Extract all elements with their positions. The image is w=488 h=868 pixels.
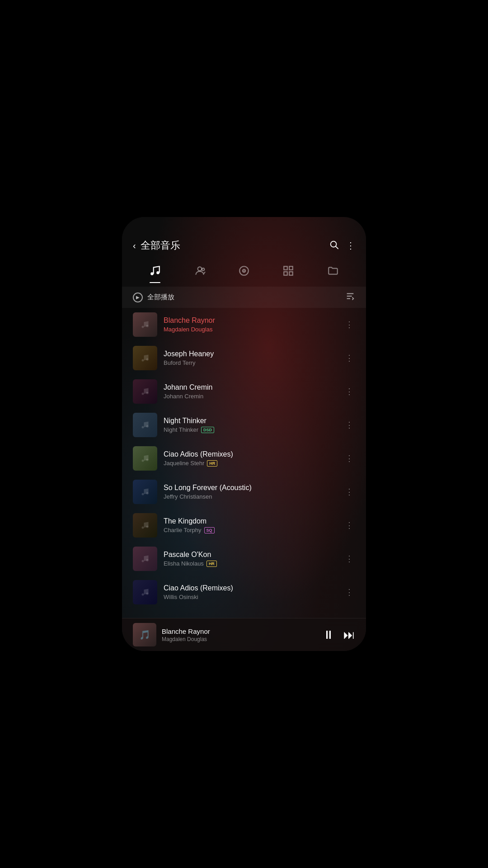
song-more-button[interactable]: ⋮ bbox=[343, 351, 355, 365]
song-artist: Jeffry Christiansen bbox=[164, 493, 212, 500]
svg-point-19 bbox=[146, 359, 149, 361]
tab-albums[interactable] bbox=[222, 261, 266, 283]
now-playing-title: Blanche Raynor bbox=[162, 627, 317, 635]
badge-hr: HR bbox=[207, 460, 217, 467]
song-item[interactable]: Joseph HeaneyBuford Terry⋮ bbox=[122, 341, 366, 375]
song-more-button[interactable]: ⋮ bbox=[343, 585, 355, 599]
svg-point-4 bbox=[197, 267, 202, 271]
now-playing-bar[interactable]: 🎵 Blanche Raynor Magdalen Douglas ⏸ ⏭ bbox=[122, 618, 366, 651]
songs-tab-icon bbox=[149, 265, 161, 279]
song-info: The KingdomCharlie TorphySQ bbox=[164, 517, 337, 533]
artists-tab-icon bbox=[194, 265, 206, 279]
svg-point-26 bbox=[142, 493, 144, 495]
song-title: The Kingdom bbox=[164, 517, 337, 525]
song-title: Blanche Raynor bbox=[164, 316, 337, 325]
song-item[interactable]: Ciao Adios (Remixes)Jaqueline StehrHR⋮ bbox=[122, 442, 366, 475]
svg-point-17 bbox=[146, 325, 149, 327]
sort-icon[interactable] bbox=[345, 291, 355, 303]
back-button[interactable]: ‹ bbox=[133, 241, 136, 251]
albums-tab-icon bbox=[238, 265, 250, 279]
svg-point-30 bbox=[142, 560, 144, 562]
next-button[interactable]: ⏭ bbox=[343, 628, 355, 642]
song-more-button[interactable]: ⋮ bbox=[343, 552, 355, 566]
song-more-button[interactable]: ⋮ bbox=[343, 318, 355, 331]
svg-point-18 bbox=[142, 359, 144, 362]
song-sub: Buford Terry bbox=[164, 359, 337, 366]
song-thumbnail bbox=[133, 312, 157, 337]
svg-point-31 bbox=[146, 559, 149, 561]
song-sub: Magdalen Douglas bbox=[164, 326, 337, 333]
song-more-button[interactable]: ⋮ bbox=[343, 452, 355, 465]
svg-point-5 bbox=[202, 268, 204, 270]
song-more-button[interactable]: ⋮ bbox=[343, 385, 355, 398]
song-info: Blanche RaynorMagdalen Douglas bbox=[164, 316, 337, 333]
song-thumbnail bbox=[133, 446, 157, 471]
song-item[interactable]: Johann CreminJohann Cremin⋮ bbox=[122, 375, 366, 408]
song-sub: Charlie TorphySQ bbox=[164, 527, 337, 533]
svg-point-16 bbox=[142, 326, 144, 328]
header-right: ⋮ bbox=[329, 240, 355, 252]
song-item[interactable]: Ciao Adios (Remixes)Willis Osinski⋮ bbox=[122, 576, 366, 609]
song-more-button[interactable]: ⋮ bbox=[343, 418, 355, 432]
song-thumbnail bbox=[133, 580, 157, 604]
play-all-label: 全部播放 bbox=[147, 293, 174, 302]
song-item[interactable]: So Long Forever (Acoustic)Jeffry Christi… bbox=[122, 475, 366, 509]
more-options-icon[interactable]: ⋮ bbox=[346, 240, 355, 251]
svg-point-25 bbox=[146, 459, 149, 461]
song-artist: Jaqueline Stehr bbox=[164, 460, 204, 467]
tab-songs[interactable] bbox=[133, 261, 177, 283]
svg-point-24 bbox=[142, 460, 144, 462]
song-sub: Willis Osinski bbox=[164, 594, 337, 600]
play-all-left: ▶ 全部播放 bbox=[133, 292, 174, 302]
song-item[interactable]: Blanche RaynorMagdalen Douglas⋮ bbox=[122, 308, 366, 341]
song-sub: Jaqueline StehrHR bbox=[164, 460, 337, 467]
svg-point-2 bbox=[150, 272, 154, 275]
tab-artists[interactable] bbox=[177, 261, 221, 283]
song-more-button[interactable]: ⋮ bbox=[343, 485, 355, 499]
song-artist: Elisha Nikolaus bbox=[164, 560, 204, 567]
song-sub: Jeffry Christiansen bbox=[164, 493, 337, 500]
tab-folders[interactable] bbox=[311, 261, 355, 283]
song-artist: Johann Cremin bbox=[164, 393, 203, 400]
play-all-row[interactable]: ▶ 全部播放 bbox=[122, 287, 366, 308]
song-thumbnail bbox=[133, 346, 157, 370]
search-icon[interactable] bbox=[329, 240, 339, 252]
svg-point-32 bbox=[142, 594, 144, 596]
now-playing-info: Blanche Raynor Magdalen Douglas bbox=[162, 627, 317, 642]
svg-point-29 bbox=[146, 526, 149, 528]
song-title: So Long Forever (Acoustic) bbox=[164, 484, 337, 492]
now-playing-artist: Magdalen Douglas bbox=[162, 636, 317, 642]
svg-point-3 bbox=[156, 271, 160, 274]
song-info: Johann CreminJohann Cremin bbox=[164, 383, 337, 400]
badge-sq: SQ bbox=[204, 527, 215, 533]
header-left: ‹ 全部音乐 bbox=[133, 239, 180, 252]
song-title: Johann Cremin bbox=[164, 383, 337, 392]
song-title: Ciao Adios (Remixes) bbox=[164, 584, 337, 592]
song-thumbnail bbox=[133, 413, 157, 437]
folders-tab-icon bbox=[327, 265, 339, 279]
song-item[interactable]: Pascale O'KonElisha NikolausHR⋮ bbox=[122, 542, 366, 576]
song-info: Ciao Adios (Remixes)Willis Osinski bbox=[164, 584, 337, 600]
song-more-button[interactable]: ⋮ bbox=[343, 519, 355, 532]
song-item[interactable]: Night ThinkerNight ThinkerDSD⋮ bbox=[122, 408, 366, 442]
svg-point-33 bbox=[146, 593, 149, 595]
header: ‹ 全部音乐 ⋮ bbox=[122, 217, 366, 258]
page-title: 全部音乐 bbox=[141, 239, 180, 252]
song-artist: Buford Terry bbox=[164, 359, 196, 366]
song-artist: Magdalen Douglas bbox=[164, 326, 212, 333]
song-thumbnail bbox=[133, 480, 157, 504]
song-title: Ciao Adios (Remixes) bbox=[164, 450, 337, 458]
song-item[interactable]: The KingdomCharlie TorphySQ⋮ bbox=[122, 509, 366, 542]
tab-playlists[interactable] bbox=[266, 261, 310, 283]
song-title: Pascale O'Kon bbox=[164, 551, 337, 559]
song-info: Pascale O'KonElisha NikolausHR bbox=[164, 551, 337, 567]
svg-rect-11 bbox=[284, 272, 288, 275]
play-all-circle: ▶ bbox=[133, 292, 143, 302]
song-info: Joseph HeaneyBuford Terry bbox=[164, 350, 337, 366]
svg-point-23 bbox=[146, 425, 149, 428]
tab-bar bbox=[122, 258, 366, 287]
badge-hr: HR bbox=[206, 561, 217, 567]
pause-button[interactable]: ⏸ bbox=[323, 628, 334, 642]
song-title: Joseph Heaney bbox=[164, 350, 337, 358]
now-playing-thumb: 🎵 bbox=[133, 623, 156, 646]
